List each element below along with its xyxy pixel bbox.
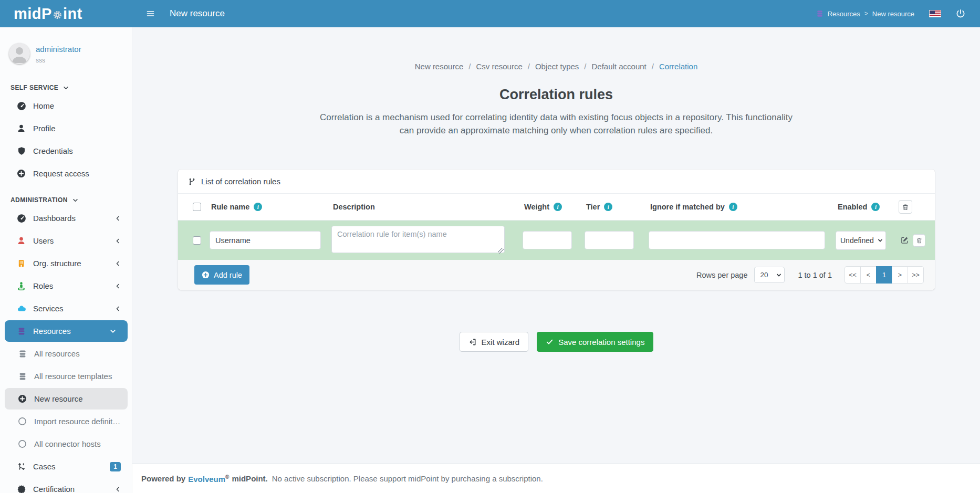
chevron-left-icon <box>115 260 121 267</box>
info-icon[interactable]: i <box>554 203 562 211</box>
breadcrumb-default-account[interactable]: Default account <box>592 62 647 71</box>
plus-circle-icon <box>17 394 27 403</box>
sidebar-item-resources[interactable]: Resources <box>5 320 128 342</box>
logo-text-suffix: int <box>63 5 82 23</box>
info-icon[interactable]: i <box>254 203 262 211</box>
delete-selected-button[interactable] <box>899 200 912 214</box>
column-label: Tier <box>586 203 600 211</box>
page-title-topbar: New resource <box>170 8 225 19</box>
rows-per-page-label: Rows per page <box>696 271 748 279</box>
breadcrumb-csv-resource[interactable]: Csv resource <box>476 62 522 71</box>
table-footer: Add rule Rows per page 20 1 to 1 of 1 <<… <box>178 260 935 290</box>
select-all-checkbox[interactable] <box>193 203 201 211</box>
sidebar-item-org-structure[interactable]: Org. structure <box>0 252 132 275</box>
pagination-page-1[interactable]: 1 <box>876 266 892 284</box>
avatar[interactable] <box>9 43 30 64</box>
rule-weight-input[interactable] <box>523 231 572 249</box>
correlation-rule-row: Undefined <box>178 221 935 260</box>
sidebar-item-label: All resources <box>34 349 80 358</box>
row-checkbox[interactable] <box>193 236 201 245</box>
sidebar-item-credentials[interactable]: Credentials <box>0 140 132 162</box>
database-icon <box>17 350 27 358</box>
sidebar-item-all-resources[interactable]: All resources <box>0 342 132 365</box>
sidebar-item-services[interactable]: Services <box>0 297 132 320</box>
rule-tier-input[interactable] <box>585 231 634 249</box>
column-label: Enabled <box>838 203 867 211</box>
table-header-row: Rule name i Description Weight i Tier i … <box>178 194 935 221</box>
locale-flag-us-icon[interactable] <box>929 10 941 17</box>
pagination: << < 1 > >> <box>845 266 924 284</box>
column-weight: Weight i <box>523 203 585 211</box>
correlation-rules-card: List of correlation rules Rule name i De… <box>178 170 935 290</box>
rule-ignore-input[interactable] <box>649 231 825 249</box>
rows-per-page-select[interactable]: 20 <box>754 267 785 283</box>
rule-description-textarea[interactable] <box>331 226 505 253</box>
circle-outline-icon <box>17 439 27 448</box>
sidebar-item-roles[interactable]: Roles <box>0 275 132 297</box>
sidebar-item-import-resource-definition[interactable]: Import resource definit… <box>0 410 132 433</box>
sidebar-item-profile[interactable]: Profile <box>0 117 132 140</box>
check-icon <box>546 338 554 345</box>
sidebar-item-all-connector-hosts[interactable]: All connector hosts <box>0 433 132 455</box>
add-rule-button[interactable]: Add rule <box>194 265 249 285</box>
info-icon[interactable]: i <box>729 203 737 211</box>
topbar-breadcrumb-resources[interactable]: Resources <box>828 10 860 18</box>
sidebar-item-all-resource-templates[interactable]: All resource templates <box>0 365 132 387</box>
powered-by-label: Powered by <box>141 474 185 483</box>
user-name[interactable]: administrator <box>36 45 81 54</box>
edit-rule-button[interactable] <box>899 234 910 247</box>
column-label: Description <box>333 203 375 211</box>
evolveum-label: Evolveum <box>188 475 225 484</box>
save-correlation-settings-button[interactable]: Save correlation settings <box>537 332 653 352</box>
sidebar-item-label: Home <box>33 101 54 110</box>
dashboard-gauge-icon <box>16 101 26 111</box>
column-tier: Tier i <box>585 203 649 211</box>
sidebar-item-certification[interactable]: Certification <box>0 478 132 493</box>
page-title: Correlation rules <box>132 87 980 103</box>
pagination-last[interactable]: >> <box>908 266 924 284</box>
sidebar-item-label: Cases <box>33 462 56 471</box>
pagination-prev[interactable]: < <box>860 266 877 284</box>
breadcrumb-object-types[interactable]: Object types <box>535 62 579 71</box>
section-administration-label: ADMINISTRATION <box>11 196 68 204</box>
breadcrumb-separator: / <box>584 62 586 71</box>
sidebar-item-label: Import resource definit… <box>34 417 120 426</box>
breadcrumb-correlation[interactable]: Correlation <box>659 62 697 71</box>
breadcrumb-separator: / <box>652 62 654 71</box>
evolveum-link[interactable]: Evolveum® <box>188 474 229 484</box>
info-icon[interactable]: i <box>871 203 880 211</box>
certificate-icon <box>16 485 26 493</box>
breadcrumb-separator: / <box>468 62 471 71</box>
database-icon <box>16 327 26 335</box>
topbar-breadcrumb-current[interactable]: New resource <box>872 10 914 18</box>
sidebar-item-cases[interactable]: Cases 1 <box>0 455 132 478</box>
sidebar-item-label: Request access <box>33 169 89 178</box>
sidebar-item-label: Credentials <box>33 146 73 155</box>
pagination-next[interactable]: > <box>892 266 908 284</box>
rule-enabled-select[interactable]: Undefined <box>836 231 886 250</box>
column-label: Weight <box>524 203 549 211</box>
sidebar-item-request-access[interactable]: Request access <box>0 162 132 185</box>
breadcrumb-new-resource[interactable]: New resource <box>415 62 464 71</box>
midpoint-logo[interactable]: midP int <box>14 5 82 23</box>
delete-rule-button[interactable] <box>913 234 925 247</box>
sidebar-item-home[interactable]: Home <box>0 95 132 117</box>
info-icon[interactable]: i <box>604 203 612 211</box>
pagination-first[interactable]: << <box>845 266 861 284</box>
rule-name-input[interactable] <box>210 231 321 249</box>
chevron-left-icon <box>115 486 121 492</box>
section-self-service[interactable]: SELF SERVICE <box>11 84 132 91</box>
sidebar-item-users[interactable]: Users <box>0 229 132 252</box>
sidebar-item-dashboards[interactable]: Dashboards <box>0 207 132 229</box>
logout-power-icon[interactable] <box>956 9 965 18</box>
section-administration[interactable]: ADMINISTRATION <box>11 196 132 204</box>
sidebar-item-new-resource[interactable]: New resource <box>5 388 128 410</box>
chevron-down-icon <box>72 197 78 203</box>
hamburger-menu-icon[interactable] <box>143 6 158 21</box>
card-header: List of correlation rules <box>178 170 935 194</box>
chevron-left-icon <box>115 283 121 289</box>
sidebar-item-label: Users <box>33 236 54 245</box>
column-label: Ignore if matched by <box>650 203 725 211</box>
exit-wizard-button[interactable]: Exit wizard <box>460 332 529 352</box>
shuffle-icon <box>16 462 26 471</box>
